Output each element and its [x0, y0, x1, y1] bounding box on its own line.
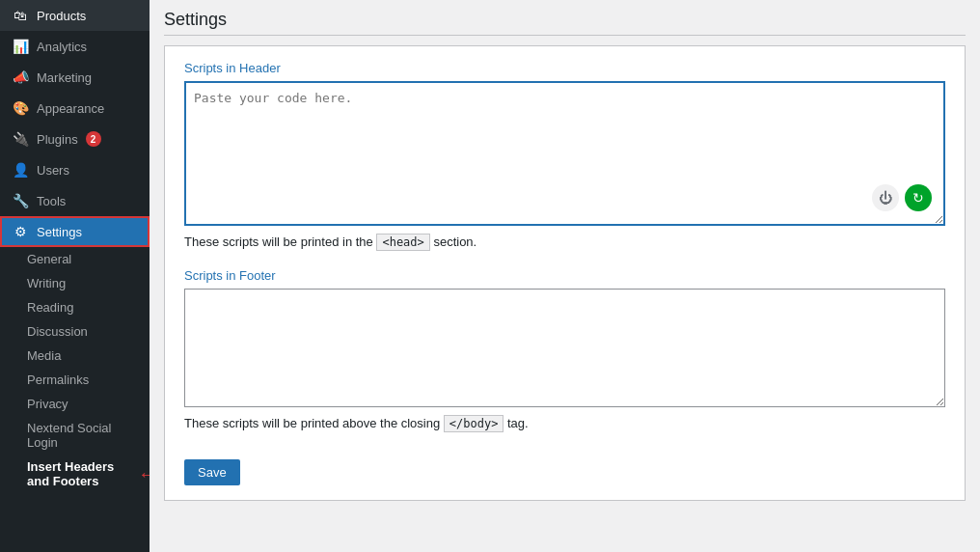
sidebar-item-settings[interactable]: ⚙ Settings [0, 216, 150, 247]
sidebar-item-products[interactable]: 🛍 Products [0, 0, 150, 31]
content-area: Scripts in Header ⏻ ↻ These scripts will… [164, 45, 966, 501]
sidebar-item-plugins[interactable]: 🔌 Plugins 2 [0, 124, 150, 154]
header-textarea-wrapper: ⏻ ↻ [184, 81, 945, 229]
title-divider [164, 35, 966, 36]
sidebar-item-analytics[interactable]: 📊 Analytics [0, 31, 150, 62]
submenu-item-writing[interactable]: Writing [0, 271, 150, 295]
footer-section-label: Scripts in Footer [184, 268, 945, 283]
header-description: These scripts will be printed in the <he… [184, 235, 945, 249]
power-button[interactable]: ⏻ [872, 184, 899, 211]
sidebar-item-label: Products [37, 9, 86, 23]
header-section-label: Scripts in Header [184, 61, 945, 75]
settings-icon: ⚙ [12, 224, 29, 239]
textarea-action-icons: ⏻ ↻ [872, 184, 932, 211]
tools-icon: 🔧 [12, 193, 29, 208]
plugins-icon: 🔌 [12, 131, 29, 147]
settings-submenu: General Writing Reading Discussion Media… [0, 247, 150, 493]
sidebar-item-label: Tools [37, 194, 66, 208]
submenu-item-privacy[interactable]: Privacy [0, 392, 150, 416]
header-scripts-section: Scripts in Header ⏻ ↻ These scripts will… [184, 61, 945, 249]
submenu-item-reading[interactable]: Reading [0, 295, 150, 319]
page-title: Settings [150, 0, 980, 35]
sidebar-item-tools[interactable]: 🔧 Tools [0, 185, 150, 216]
sidebar-item-label: Marketing [37, 70, 92, 85]
header-scripts-textarea[interactable] [184, 81, 945, 226]
sidebar-item-users[interactable]: 👤 Users [0, 154, 150, 185]
body-code-tag: </body> [444, 415, 504, 432]
submenu-item-general[interactable]: General [0, 247, 150, 271]
submenu-item-discussion[interactable]: Discussion [0, 319, 150, 344]
submenu-item-nextend[interactable]: Nextend Social Login [0, 416, 150, 455]
users-icon: 👤 [12, 162, 29, 178]
marketing-icon: 📣 [12, 69, 29, 85]
footer-scripts-textarea[interactable] [184, 289, 945, 407]
plugins-badge: 2 [86, 131, 101, 147]
sidebar-item-label: Appearance [37, 101, 104, 116]
analytics-icon: 📊 [12, 39, 29, 54]
sidebar: 🛍 Products 📊 Analytics 📣 Marketing 🎨 App… [0, 0, 150, 552]
head-code-tag: <head> [376, 234, 429, 251]
refresh-button[interactable]: ↻ [905, 184, 932, 211]
footer-scripts-section: Scripts in Footer These scripts will be … [184, 268, 945, 430]
footer-description: These scripts will be printed above the … [184, 416, 945, 430]
arrow-indicator: ← [138, 463, 150, 485]
sidebar-item-label: Users [37, 163, 69, 178]
sidebar-item-appearance[interactable]: 🎨 Appearance [0, 93, 150, 124]
sidebar-item-marketing[interactable]: 📣 Marketing [0, 62, 150, 93]
save-button[interactable]: Save [184, 459, 240, 485]
sidebar-item-label: Analytics [37, 40, 87, 54]
sidebar-item-label: Settings [37, 225, 82, 239]
main-content: Settings Scripts in Header ⏻ ↻ These scr… [150, 0, 980, 552]
sidebar-item-label: Plugins [37, 132, 78, 147]
submenu-item-media[interactable]: Media [0, 344, 150, 368]
products-icon: 🛍 [12, 8, 29, 23]
submenu-item-insert-headers[interactable]: Insert Headers and Footers ← [0, 455, 150, 493]
appearance-icon: 🎨 [12, 100, 29, 116]
submenu-item-permalinks[interactable]: Permalinks [0, 368, 150, 392]
